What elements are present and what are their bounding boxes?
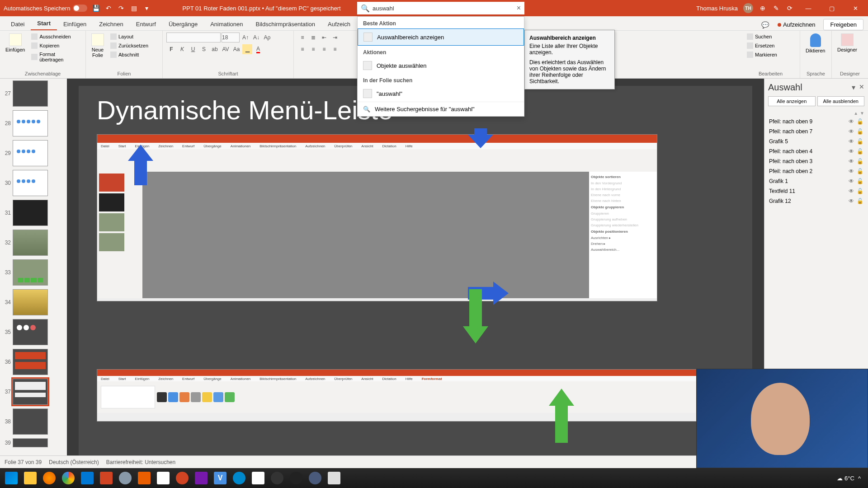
app-button[interactable]	[116, 469, 135, 487]
align-left-button[interactable]: ≡	[297, 44, 307, 54]
thumbnail-36[interactable]: 36	[2, 349, 65, 375]
result-select-objects[interactable]: Objekte auswählen	[358, 57, 524, 74]
eye-icon[interactable]: 👁	[849, 118, 854, 125]
slide-counter[interactable]: Folie 37 von 39	[5, 459, 42, 465]
show-all-button[interactable]: Alle anzeigen	[768, 96, 816, 106]
numbering-button[interactable]: ≣	[308, 33, 318, 42]
record-button[interactable]: Aufzeichnen	[773, 19, 820, 30]
list-item[interactable]: Pfeil: nach oben 2👁🔓	[768, 166, 864, 176]
lock-icon[interactable]: 🔓	[857, 118, 863, 125]
list-item[interactable]: Pfeil: nach oben 3👁🔓	[768, 156, 864, 166]
result-find-text[interactable]: "auswahl"	[358, 85, 524, 102]
highlight-button[interactable]: ▁	[242, 44, 252, 54]
eye-icon[interactable]: 👁	[849, 128, 854, 135]
bullets-button[interactable]: ≡	[297, 33, 307, 42]
comment-icon[interactable]: 💬	[761, 21, 769, 29]
tab-start[interactable]: Start	[31, 17, 57, 30]
lock-icon[interactable]: 🔓	[857, 158, 863, 164]
lock-icon[interactable]: 🔓	[857, 178, 863, 184]
search-close-icon[interactable]: ×	[517, 4, 521, 12]
tab-datei[interactable]: Datei	[5, 18, 31, 30]
tab-animationen[interactable]: Animationen	[204, 18, 249, 30]
list-item[interactable]: Pfeil: nach oben 9👁🔓	[768, 117, 864, 127]
clear-format-button[interactable]: Aρ	[262, 33, 272, 42]
thumbnail-30[interactable]: 30	[2, 170, 65, 196]
eye-icon[interactable]: 👁	[849, 148, 854, 155]
redo-icon[interactable]: ↷	[117, 4, 125, 12]
underline-button[interactable]: U	[188, 44, 198, 54]
eye-icon[interactable]: 👁	[849, 138, 854, 145]
obs-button[interactable]	[268, 469, 287, 487]
start-button[interactable]	[2, 469, 21, 487]
app6-button[interactable]	[287, 469, 306, 487]
outlook-button[interactable]	[78, 469, 97, 487]
search-input[interactable]	[373, 5, 517, 12]
user-avatar[interactable]: TH	[743, 3, 753, 13]
save-icon[interactable]: 💾	[92, 4, 100, 12]
align-center-button[interactable]: ≡	[308, 44, 318, 54]
list-item[interactable]: Grafik 1👁🔓	[768, 176, 864, 186]
dictate-button[interactable]: Diktieren	[804, 33, 827, 54]
spacing-button[interactable]: AV	[221, 44, 231, 54]
align-right-button[interactable]: ≡	[319, 44, 329, 54]
lock-icon[interactable]: 🔓	[857, 168, 863, 174]
language-label[interactable]: Deutsch (Österreich)	[49, 459, 99, 465]
indent-less-button[interactable]: ⇤	[319, 33, 329, 42]
tab-einfuegen[interactable]: Einfügen	[57, 18, 93, 30]
indent-more-button[interactable]: ⇥	[330, 33, 340, 42]
thumbnail-39[interactable]: 39	[2, 438, 65, 447]
justify-button[interactable]: ≡	[330, 44, 340, 54]
decrease-font-button[interactable]: A↓	[251, 33, 261, 42]
app5-button[interactable]	[249, 469, 268, 487]
share-button[interactable]: Freigeben	[823, 19, 863, 30]
app3-button[interactable]	[173, 469, 192, 487]
thumbnail-32[interactable]: 32	[2, 230, 65, 256]
section-button[interactable]: Abschnitt	[108, 51, 150, 59]
select-button[interactable]: Markieren	[745, 51, 779, 59]
font-select[interactable]	[166, 33, 221, 42]
thumbnail-35[interactable]: 35	[2, 319, 65, 345]
tab-zeichnen[interactable]: Zeichnen	[93, 18, 129, 30]
list-item[interactable]: Grafik 12👁🔓	[768, 196, 864, 206]
thumbnail-37[interactable]: 37	[2, 379, 65, 405]
firefox-button[interactable]	[40, 469, 59, 487]
cut-button[interactable]: Ausschneiden	[29, 33, 82, 41]
format-painter-button[interactable]: Format übertragen	[29, 51, 82, 63]
dropdown-icon[interactable]: ▾	[852, 83, 855, 92]
font-color-button[interactable]: A	[253, 44, 263, 54]
close-pane-icon[interactable]: ✕	[859, 83, 864, 92]
font-size-select[interactable]	[222, 33, 240, 42]
eye-icon[interactable]: 👁	[849, 178, 854, 184]
tray-chevron[interactable]: ^	[858, 475, 861, 482]
lock-icon[interactable]: 🔓	[857, 198, 863, 204]
thumbnail-33[interactable]: 33	[2, 259, 65, 286]
autosave-toggle[interactable]: Automatisches Speichern	[4, 5, 87, 12]
move-up-icon[interactable]: ▲	[854, 111, 858, 116]
bold-button[interactable]: F	[166, 44, 176, 54]
tab-aufzeichnen[interactable]: Aufzeich	[321, 18, 357, 30]
explorer-button[interactable]	[21, 469, 40, 487]
designer-button[interactable]: Designer	[835, 33, 859, 53]
search-box[interactable]: 🔍 ×	[357, 2, 524, 14]
case-button[interactable]: Aa	[231, 44, 241, 54]
layout-button[interactable]: Layout	[108, 33, 150, 41]
onenote-button[interactable]	[192, 469, 211, 487]
thumbnail-27[interactable]: 27	[2, 80, 65, 107]
powerpoint-button[interactable]	[97, 469, 116, 487]
list-item[interactable]: Pfeil: nach oben 4👁🔓	[768, 146, 864, 156]
eye-icon[interactable]: 👁	[849, 158, 854, 164]
close-button[interactable]: ✕	[846, 0, 864, 16]
italic-button[interactable]: K	[177, 44, 187, 54]
result-more[interactable]: 🔍 Weitere Suchergebnisse für "auswahl"	[358, 102, 524, 116]
app4-button[interactable]: V	[211, 469, 230, 487]
slide-canvas[interactable]: Dynamische Menü-Leiste DateiStartEinfüge…	[67, 79, 764, 455]
pen-icon[interactable]: ✎	[772, 4, 780, 12]
find-button[interactable]: Suchen	[745, 33, 779, 41]
tab-bildschirm[interactable]: Bildschirmpräsentation	[249, 18, 321, 30]
hide-all-button[interactable]: Alle ausblenden	[817, 96, 865, 106]
thumbnail-34[interactable]: 34	[2, 289, 65, 315]
slide-thumbnails[interactable]: 27 28 29 30 31 32 33 34 35 36 37 38 39	[0, 79, 67, 455]
eye-icon[interactable]: 👁	[849, 188, 854, 194]
eye-icon[interactable]: 👁	[849, 168, 854, 174]
lock-icon[interactable]: 🔓	[857, 148, 863, 155]
